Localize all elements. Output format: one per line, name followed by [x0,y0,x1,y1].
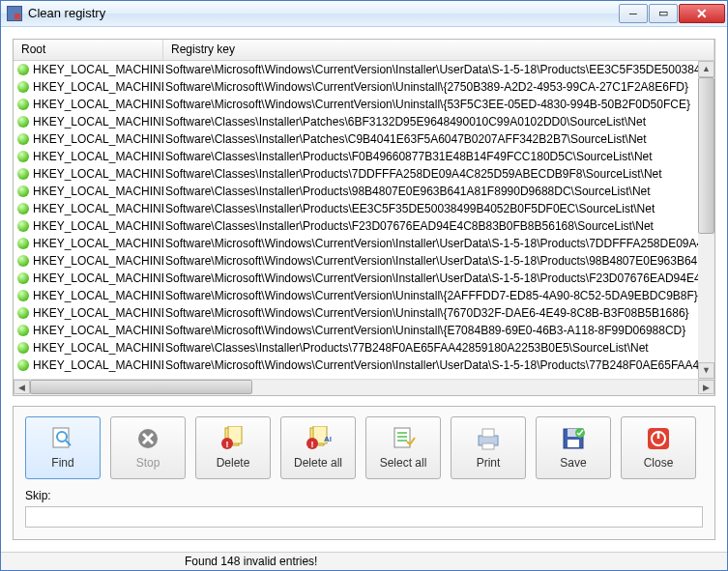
registry-list: Root Registry key HKEY_LOCAL_MACHINESoft… [13,39,715,396]
cell-root: HKEY_LOCAL_MACHINE [33,132,163,146]
table-row[interactable]: HKEY_LOCAL_MACHINESoftware\Microsoft\Win… [14,287,714,304]
cell-root: HKEY_LOCAL_MACHINE [33,341,163,355]
cell-key: Software\Classes\Installer\Products\98B4… [163,185,714,198]
select-all-button[interactable]: Select all [365,416,441,479]
status-ball-icon [17,203,29,214]
cell-key: Software\Microsoft\Windows\CurrentVersio… [163,289,714,302]
svg-rect-24 [568,440,579,447]
maximize-button[interactable]: ▭ [649,4,678,23]
scroll-right-arrow[interactable]: ▶ [698,380,714,394]
cell-key: Software\Microsoft\Windows\CurrentVersio… [163,358,714,372]
cell-root: HKEY_LOCAL_MACHINE [33,150,163,163]
cell-key: Software\Classes\Installer\Patches\6BF31… [163,115,714,128]
save-icon [558,425,589,452]
minimize-button[interactable]: ─ [619,4,648,23]
table-row[interactable]: HKEY_LOCAL_MACHINESoftware\Microsoft\Win… [14,235,714,252]
cell-root: HKEY_LOCAL_MACHINE [33,185,163,198]
skip-input[interactable] [25,506,703,528]
svg-rect-20 [482,429,494,437]
svg-text:!: ! [226,440,229,449]
table-row[interactable]: HKEY_LOCAL_MACHINESoftware\Classes\Insta… [14,339,714,357]
svg-text:!: ! [311,440,314,449]
svg-rect-15 [394,428,410,447]
svg-rect-21 [482,443,494,449]
table-row[interactable]: HKEY_LOCAL_MACHINESoftware\Microsoft\Win… [14,96,714,113]
table-row[interactable]: HKEY_LOCAL_MACHINESoftware\Microsoft\Win… [14,78,714,96]
status-bar: Found 148 invalid entries! [1,552,727,570]
status-ball-icon [17,342,29,354]
cell-root: HKEY_LOCAL_MACHINE [33,80,163,94]
status-ball-icon [17,255,29,267]
status-ball-icon [17,151,29,162]
status-ball-icon [17,325,29,336]
status-ball-icon [17,220,29,232]
cell-root: HKEY_LOCAL_MACHINE [33,254,163,268]
window: Clean registry ─ ▭ ✕ Root Registry key H… [0,0,728,571]
scroll-down-arrow[interactable]: ▼ [698,362,714,379]
delete-icon: ! [218,425,248,452]
vscroll-thumb[interactable] [698,77,714,234]
table-row[interactable]: HKEY_LOCAL_MACHINESoftware\Classes\Insta… [14,113,714,130]
print-button[interactable]: Print [451,416,526,479]
cell-root: HKEY_LOCAL_MACHINE [33,289,163,302]
cell-root: HKEY_LOCAL_MACHINE [33,306,163,320]
stop-icon [132,425,163,452]
hscroll-thumb[interactable] [30,380,252,394]
list-body[interactable]: HKEY_LOCAL_MACHINESoftware\Microsoft\Win… [14,61,714,379]
power-icon [643,425,674,452]
vertical-scrollbar[interactable]: ▲ ▼ [698,61,714,379]
close-button[interactable]: Close [621,416,696,479]
status-ball-icon [17,238,29,249]
status-ball-icon [17,272,29,284]
stop-button: Stop [110,416,186,479]
table-row[interactable]: HKEY_LOCAL_MACHINESoftware\Microsoft\Win… [14,252,714,270]
column-key[interactable]: Registry key [163,40,714,60]
status-ball-icon [17,116,29,128]
table-row[interactable]: HKEY_LOCAL_MACHINESoftware\Microsoft\Win… [14,61,714,78]
delete-all-icon: !All [303,425,334,452]
cell-key: Software\Microsoft\Windows\CurrentVersio… [163,271,714,285]
svg-text:All: All [324,435,332,443]
cell-key: Software\Classes\Installer\Products\F23D… [163,219,714,233]
table-row[interactable]: HKEY_LOCAL_MACHINESoftware\Microsoft\Win… [14,357,714,374]
cell-root: HKEY_LOCAL_MACHINE [33,202,163,215]
table-row[interactable]: HKEY_LOCAL_MACHINESoftware\Classes\Insta… [14,165,714,183]
save-button[interactable]: Save [536,416,611,479]
cell-root: HKEY_LOCAL_MACHINE [33,271,163,285]
titlebar[interactable]: Clean registry ─ ▭ ✕ [1,1,727,27]
table-row[interactable]: HKEY_LOCAL_MACHINESoftware\Classes\Insta… [14,183,714,200]
status-ball-icon [17,133,29,145]
table-row[interactable]: HKEY_LOCAL_MACHINESoftware\Classes\Insta… [14,148,714,165]
find-button[interactable]: Find [25,416,101,479]
table-row[interactable]: HKEY_LOCAL_MACHINESoftware\Classes\Insta… [14,200,714,217]
skip-label: Skip: [25,489,703,502]
status-ball-icon [17,64,29,75]
status-ball-icon [17,290,29,301]
table-row[interactable]: HKEY_LOCAL_MACHINESoftware\Microsoft\Win… [14,304,714,322]
column-root[interactable]: Root [14,40,163,60]
table-row[interactable]: HKEY_LOCAL_MACHINESoftware\Microsoft\Win… [14,270,714,287]
scroll-left-arrow[interactable]: ◀ [14,380,30,394]
table-row[interactable]: HKEY_LOCAL_MACHINESoftware\Classes\Insta… [14,217,714,235]
delete-button[interactable]: ! Delete [195,416,271,479]
table-row[interactable]: HKEY_LOCAL_MACHINESoftware\Microsoft\Win… [14,322,714,339]
select-all-icon [388,425,419,452]
window-title: Clean registry [28,6,619,20]
scroll-up-arrow[interactable]: ▲ [698,61,714,77]
status-ball-icon [17,359,29,371]
cell-key: Software\Classes\Installer\Products\7DDF… [163,167,714,181]
cell-root: HKEY_LOCAL_MACHINE [33,237,163,250]
close-window-button[interactable]: ✕ [679,4,725,23]
delete-all-button[interactable]: !All Delete all [280,416,356,479]
cell-root: HKEY_LOCAL_MACHINE [33,324,163,337]
cell-root: HKEY_LOCAL_MACHINE [33,167,163,181]
cell-key: Software\Microsoft\Windows\CurrentVersio… [163,306,714,320]
cell-root: HKEY_LOCAL_MACHINE [33,98,163,111]
status-ball-icon [17,168,29,180]
cell-key: Software\Microsoft\Windows\CurrentVersio… [163,63,714,76]
table-row[interactable]: HKEY_LOCAL_MACHINESoftware\Classes\Insta… [14,130,714,148]
cell-key: Software\Microsoft\Windows\CurrentVersio… [163,324,714,337]
cell-root: HKEY_LOCAL_MACHINE [33,358,163,372]
horizontal-scrollbar[interactable]: ◀ ▶ [14,379,714,395]
status-ball-icon [17,307,29,319]
